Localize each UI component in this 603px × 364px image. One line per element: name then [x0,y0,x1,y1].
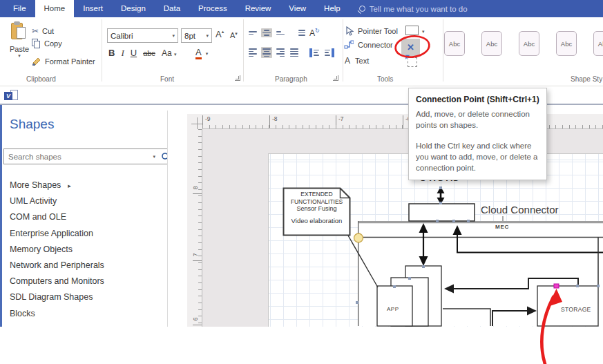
tooltip-body-1: Add, move, or delete connection points o… [416,109,539,131]
tooltip-title: Connection Point (Shift+Ctrl+1) [416,95,539,104]
align-center-button[interactable] [261,47,272,58]
shape-style-tile[interactable]: Abc [444,31,465,56]
text-tool-button[interactable]: A Text [345,56,369,66]
pointer-tool-button[interactable]: Pointer Tool [345,26,398,36]
paragraph-dialog-launcher[interactable] [333,75,338,81]
text-tool-label: Text [355,57,369,65]
caret-down-icon: ▾ [174,52,177,57]
ribbon-home: Paste ▾ ✂ Cut Copy Format Painter Clipbo… [0,17,603,86]
tab-home[interactable]: Home [35,0,75,17]
tell-me-placeholder: Tell me what you want to do [370,5,468,13]
stencil-item[interactable]: Computers and Monitors [0,274,167,289]
change-case-button[interactable]: Aa ▾ [162,48,177,58]
stencil-item[interactable]: Enterprise Application [0,226,167,242]
stencil-item[interactable]: Blocks [0,306,167,322]
stencil-item[interactable]: COM and OLE [0,209,167,225]
bold-button[interactable]: B [108,48,115,58]
tools-group-label: Tools [377,75,393,83]
ribbon-tab-bar: File Home Insert Design Data Process Rev… [0,0,603,17]
font-family-value: Calibri [111,32,133,40]
align-top-button[interactable] [247,30,258,36]
underline-button[interactable]: U [131,48,137,58]
stencil-item-more-shapes[interactable]: More Shapes▸ [0,178,167,193]
stencil-list: More Shapes▸ UML Activity COM and OLE En… [0,178,167,322]
caret-down-icon[interactable]: ▾ [153,154,155,160]
caret-down-icon[interactable]: ▾ [422,29,425,35]
caret-down-icon: ▾ [206,51,209,57]
vruler-label: 8 [193,186,200,190]
caret-down-icon: ▾ [6,53,33,59]
caret-down-icon: ▾ [172,33,175,39]
increase-indent-button[interactable] [323,48,334,57]
justify-button[interactable] [289,47,300,58]
tab-help[interactable]: Help [315,0,350,17]
cloud-connector-label: Cloud Connector [481,204,559,215]
shrink-font-button[interactable]: A▾ [230,31,238,39]
submenu-arrow-icon: ▸ [68,182,71,189]
font-group-label: Font [160,75,174,83]
tab-file[interactable]: File [4,0,35,17]
rotate-text-button[interactable]: A↻ [309,28,320,38]
pointer-tool-label: Pointer Tool [358,27,398,35]
italic-button[interactable]: I [121,48,124,59]
font-family-combo[interactable]: Calibri ▾ [107,28,178,43]
clipboard-group-label: Clipboard [26,75,56,83]
align-bottom-button[interactable] [275,30,286,36]
tab-insert[interactable]: Insert [74,0,112,17]
align-middle-button[interactable] [261,28,272,37]
cut-button[interactable]: ✂ Cut [32,26,54,36]
grow-font-button[interactable]: A▴ [216,29,224,39]
paste-button[interactable]: Paste ▾ [6,21,33,59]
hruler-label: -7 [336,115,344,128]
group-divider [443,19,443,82]
shapes-search-input[interactable] [4,153,153,161]
connector-tool-button[interactable]: Connector [344,40,393,49]
connection-point-tool-button[interactable]: ✕ [401,39,420,56]
strikethrough-button[interactable]: abc [143,49,155,57]
stencil-item[interactable]: UML Activity [0,193,167,209]
font-size-value: 8pt [184,32,195,40]
hruler-label: -8 [269,115,278,128]
align-left-button[interactable] [247,47,258,58]
font-size-combo[interactable]: 8pt ▾ [181,28,212,43]
font-dialog-launcher[interactable] [235,75,240,81]
tab-design[interactable]: Design [112,0,155,17]
tab-process[interactable]: Process [189,0,236,17]
app-label: APP [387,306,399,312]
mec-label: MEC [495,224,509,230]
scissors-icon: ✂ [32,26,39,36]
vruler-tick [193,325,202,325]
stencil-item[interactable]: Network and Peripherals [0,258,167,274]
copy-icon [32,39,41,48]
storage-label: STORAGE [561,306,591,313]
group-divider [102,19,102,82]
tab-view[interactable]: View [280,0,315,17]
tell-me-search[interactable]: Tell me what you want to do [359,0,468,17]
format-painter-button[interactable]: Format Painter [32,57,95,66]
stencil-item[interactable]: Memory Objects [0,242,167,258]
rectangle-tool-button[interactable] [405,26,419,35]
connection-point-x-icon: ✕ [407,42,414,52]
tab-data[interactable]: Data [155,0,189,17]
copy-button[interactable]: Copy [32,39,62,48]
font-color-button[interactable]: A ▾ [195,48,208,59]
shapes-search-box[interactable]: ▾ [3,149,175,164]
paste-label: Paste [6,45,33,53]
caret-down-icon: ▾ [235,31,238,36]
rotate-arrow-icon: ↻ [315,28,320,34]
text-block-tool-button[interactable] [408,57,417,67]
stencil-item[interactable]: SDL Diagram Shapes [0,289,167,305]
bullets-button[interactable] [296,28,307,37]
shape-style-tile[interactable]: Abc [593,31,603,56]
visio-document-icon[interactable]: V [4,90,19,102]
shape-style-tile[interactable]: Abc [556,31,577,56]
vruler-label: 6 [193,318,200,321]
shape-style-tile[interactable]: Abc [481,31,502,56]
cut-label: Cut [42,27,54,35]
vruler-tick [193,193,202,194]
shape-style-tile[interactable]: Abc [519,31,539,56]
decrease-indent-button[interactable] [309,48,320,57]
align-right-button[interactable] [275,47,286,58]
tab-review[interactable]: Review [236,0,280,17]
search-icon [359,6,365,12]
